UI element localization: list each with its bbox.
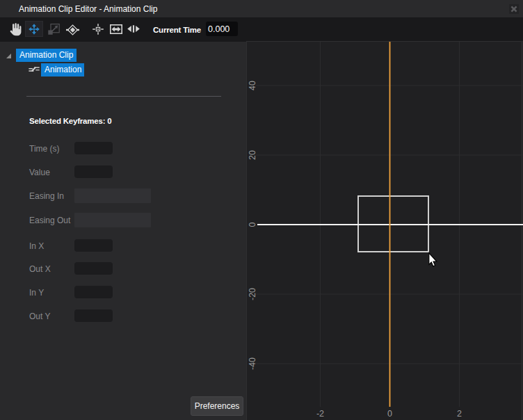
svg-text:-2: -2 bbox=[316, 409, 324, 419]
svg-text:20: 20 bbox=[248, 150, 257, 160]
svg-text:0: 0 bbox=[248, 222, 257, 227]
svg-text:40: 40 bbox=[248, 81, 257, 90]
svg-text:-20: -20 bbox=[248, 288, 257, 300]
svg-text:-40: -40 bbox=[248, 357, 257, 370]
svg-text:2: 2 bbox=[457, 409, 462, 419]
svg-text:0: 0 bbox=[387, 409, 392, 419]
